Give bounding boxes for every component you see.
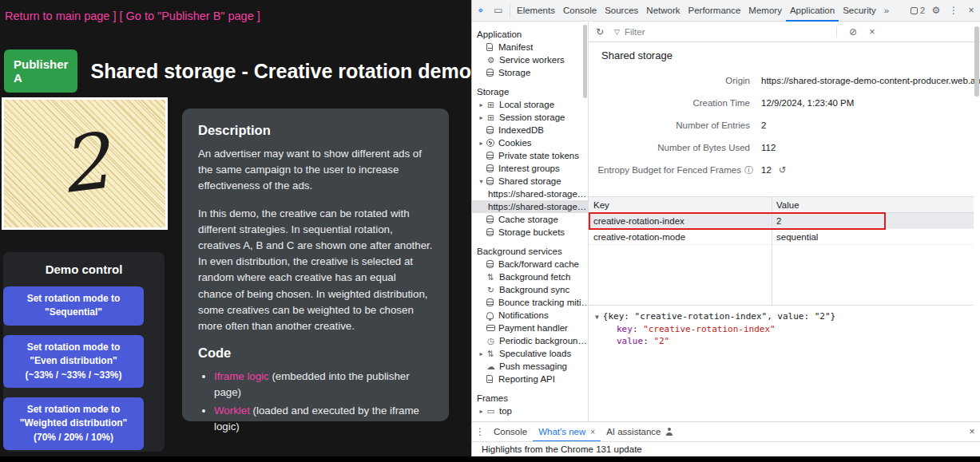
sidebar-item-session-storage[interactable]: ▸ ⊞ Session storage bbox=[472, 111, 588, 124]
more-tabs-chevron[interactable]: » bbox=[880, 0, 893, 22]
sidebar-section-storage[interactable]: Storage bbox=[472, 85, 588, 98]
kebab-menu-icon[interactable]: ⋮ bbox=[945, 5, 962, 16]
description-panel: Description An advertiser may want to sh… bbox=[182, 109, 449, 421]
disclosure-arrow[interactable]: ▸ bbox=[477, 408, 486, 415]
devtools-tabbar: ⌖ ▭ Elements Console Sources Network Per… bbox=[472, 0, 980, 22]
sidebar-item-reporting-api[interactable]: Reporting API bbox=[472, 373, 588, 385]
sidebar-item-shared-storage-origin-1[interactable]: https://shared-storage… bbox=[472, 188, 588, 200]
sidebar-item-label: Bounce tracking miti… bbox=[498, 298, 588, 307]
sidebar-item-background-sync[interactable]: ↻ Background sync bbox=[472, 283, 588, 296]
sidebar-item-local-storage[interactable]: ▸ ⊞ Local storage bbox=[472, 98, 588, 111]
sidebar-item-label: https://shared-storage… bbox=[488, 189, 586, 199]
sidebar-item-storage-buckets[interactable]: Storage buckets bbox=[472, 226, 588, 239]
sidebar-item-label: Background sync bbox=[499, 285, 569, 294]
code-link[interactable]: Worklet bbox=[214, 405, 250, 417]
tab-security[interactable]: Security bbox=[839, 0, 880, 22]
sidebar-item-service-workers[interactable]: ⚙ Service workers bbox=[472, 53, 588, 66]
filter-icon: ▽ bbox=[614, 28, 620, 36]
sidebar-item-speculative-loads[interactable]: ▸ ⇅ Speculative loads bbox=[472, 347, 588, 360]
clock-icon: ◷ bbox=[486, 336, 496, 346]
database-icon bbox=[486, 126, 494, 134]
cloud-icon: ☁ bbox=[486, 361, 496, 371]
close-devtools-icon[interactable]: × bbox=[962, 5, 980, 16]
tab-performance[interactable]: Performance bbox=[684, 0, 745, 22]
drawer-kebab-icon[interactable]: ⋮ bbox=[472, 426, 488, 437]
expand-triangle-icon[interactable]: ▼ bbox=[595, 314, 599, 321]
device-toolbar-icon[interactable]: ▭ bbox=[490, 5, 507, 16]
info-icon[interactable]: ⓘ bbox=[744, 165, 753, 175]
issues-count: 2 bbox=[920, 6, 925, 15]
sidebar-item-label: Push messaging bbox=[499, 361, 567, 371]
filter-input[interactable]: ▽ Filter bbox=[609, 27, 819, 37]
cookie-icon bbox=[486, 139, 494, 147]
drawer-tab-console[interactable]: Console bbox=[488, 422, 533, 442]
sidebar-section-frames[interactable]: Frames bbox=[472, 392, 588, 405]
drawer-tab-ai-assistance[interactable]: AI assistance bbox=[601, 422, 678, 442]
sidebar-item-cache-storage[interactable]: Cache storage bbox=[472, 213, 588, 226]
sidebar-item-shared-storage[interactable]: ▾ Shared storage bbox=[472, 175, 588, 188]
issues-count-badge[interactable]: 2 bbox=[911, 6, 925, 15]
disclosure-arrow[interactable]: ▸ bbox=[477, 101, 486, 109]
sidebar-scrollbar[interactable] bbox=[583, 25, 587, 98]
drawer-tabbar: ⋮ Console What's new× AI assistance × bbox=[472, 421, 980, 441]
sidebar-item-shared-storage-origin-2[interactable]: https://shared-storage… bbox=[472, 200, 588, 213]
sidebar-item-top-frame[interactable]: ▸ ▭ top bbox=[472, 405, 588, 417]
tab-label: Application bbox=[790, 6, 835, 15]
metadata-section: Origin https://shared-storage-demo-conte… bbox=[589, 69, 980, 181]
sidebar-item-manifest[interactable]: Manifest bbox=[472, 41, 588, 53]
metadata-value: 112 bbox=[761, 143, 783, 152]
rotation-mode-button[interactable]: Set rotation mode to "Weighted distribut… bbox=[3, 397, 144, 450]
tab-application[interactable]: Application bbox=[786, 0, 839, 22]
table-row[interactable]: creative-rotation-index 2 bbox=[589, 213, 974, 229]
sidebar-item-bounce-tracking[interactable]: Bounce tracking miti… bbox=[472, 296, 588, 309]
block-icon[interactable]: ⊘ bbox=[843, 26, 863, 38]
sidebar-section-application[interactable]: Application bbox=[472, 28, 588, 41]
sidebar-item-background-fetch[interactable]: ⇅ Background fetch bbox=[472, 270, 588, 283]
rotation-mode-button[interactable]: Set rotation mode to "Sequential" bbox=[3, 286, 144, 326]
issues-icon bbox=[911, 7, 918, 14]
inspect-element-icon[interactable]: ⌖ bbox=[472, 5, 490, 16]
tab-sources[interactable]: Sources bbox=[601, 0, 642, 22]
clear-icon[interactable]: × bbox=[863, 26, 882, 38]
sidebar-section-background-services[interactable]: Background services bbox=[472, 245, 588, 258]
code-link[interactable]: Iframe logic bbox=[214, 370, 269, 382]
sidebar-item-push-messaging[interactable]: ☁ Push messaging bbox=[472, 360, 588, 373]
metadata-value: 12/9/2024, 1:23:40 PM bbox=[761, 98, 861, 108]
rotation-mode-button[interactable]: Set rotation mode to "Even distribution"… bbox=[3, 335, 144, 388]
sidebar-item-notifications[interactable]: Notifications bbox=[472, 309, 588, 322]
sidebar-item-storage[interactable]: Storage bbox=[472, 66, 588, 79]
tab-console[interactable]: Console bbox=[559, 0, 601, 22]
tab-network[interactable]: Network bbox=[642, 0, 684, 22]
sidebar-item-payment-handler[interactable]: Payment handler bbox=[472, 322, 588, 334]
disclosure-arrow[interactable]: ▸ bbox=[477, 350, 486, 357]
close-tab-icon[interactable]: × bbox=[590, 422, 595, 442]
sidebar-item-private-state-tokens[interactable]: Private state tokens bbox=[472, 149, 588, 162]
table-rows: creative-rotation-index 2 creative-rotat… bbox=[589, 213, 974, 245]
close-drawer-icon[interactable]: × bbox=[964, 426, 980, 437]
refresh-icon[interactable]: ↻ bbox=[590, 26, 609, 38]
disclosure-arrow[interactable]: ▸ bbox=[477, 140, 486, 147]
tab-memory[interactable]: Memory bbox=[744, 0, 786, 22]
sidebar-item-interest-groups[interactable]: Interest groups bbox=[472, 162, 588, 175]
sidebar-item-label: top bbox=[499, 406, 512, 416]
panel-title: Shared storage bbox=[601, 49, 980, 61]
sidebar-item-back-forward-cache[interactable]: Back/forward cache bbox=[472, 258, 588, 270]
tab-label: Security bbox=[843, 6, 876, 15]
sidebar-item-cookies[interactable]: ▸ Cookies bbox=[472, 136, 588, 149]
main-scrollbar[interactable] bbox=[974, 26, 979, 97]
sidebar-item-label: IndexedDB bbox=[498, 125, 544, 135]
description-title: Description bbox=[198, 123, 433, 138]
column-header-key[interactable]: Key bbox=[589, 197, 772, 212]
entry-preview-pane: ▼{key: "creative-rotation-index", value:… bbox=[589, 305, 974, 421]
reset-budget-icon[interactable]: ↺ bbox=[779, 165, 787, 175]
disclosure-arrow[interactable]: ▾ bbox=[477, 178, 486, 185]
page-nav-links[interactable]: Return to main page ] [ Go to "Publisher… bbox=[5, 10, 260, 22]
settings-gear-icon[interactable]: ⚙ bbox=[927, 5, 945, 16]
column-header-value[interactable]: Value bbox=[772, 197, 974, 212]
tab-elements[interactable]: Elements bbox=[513, 0, 559, 22]
drawer-tab-whats-new[interactable]: What's new× bbox=[533, 422, 601, 442]
disclosure-arrow[interactable]: ▸ bbox=[477, 114, 486, 121]
sidebar-item-indexeddb[interactable]: IndexedDB bbox=[472, 124, 588, 136]
sidebar-item-periodic-background-sync[interactable]: ◷ Periodic backgroun… bbox=[472, 334, 588, 347]
table-row[interactable]: creative-rotation-mode sequential bbox=[589, 229, 974, 245]
